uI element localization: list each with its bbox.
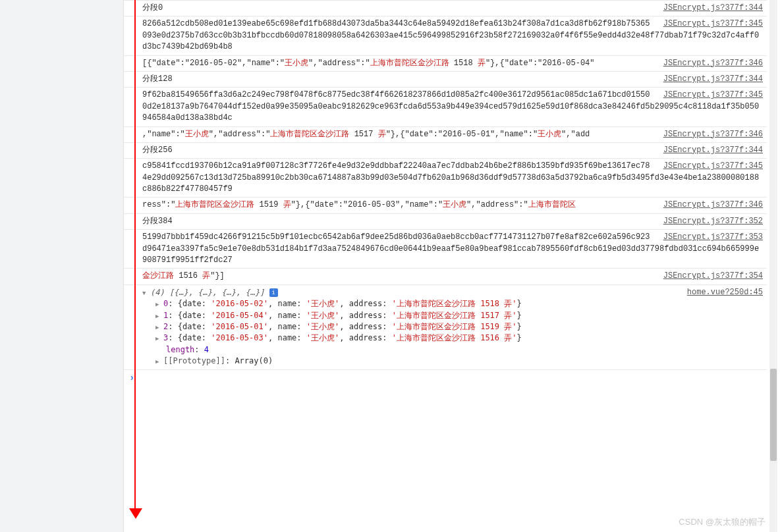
annotation-arrow-head <box>129 508 142 519</box>
console-log-row: JSEncrypt.js?377f:3458266a512cdb508ed01e… <box>124 16 767 55</box>
source-link[interactable]: home.vue?250d:45 <box>687 287 763 298</box>
console-log-row: JSEncrypt.js?377f:345c95841fccd193706b12… <box>124 159 767 198</box>
console-log-row: JSEncrypt.js?377f:3459f62ba81549656ffa3d… <box>124 88 767 126</box>
caret-right-icon[interactable] <box>155 321 163 332</box>
source-link[interactable]: JSEncrypt.js?377f:346 <box>663 58 763 69</box>
console-log-row: JSEncrypt.js?377f:346[{"date":"2016-05-0… <box>124 56 767 72</box>
array-item-line[interactable]: 1: {date: '2016-05-04', name: '王小虎', add… <box>155 310 763 321</box>
caret-right-icon[interactable] <box>155 310 163 321</box>
console-log-row: JSEncrypt.js?377f:354金沙江路 1516 弄"}] <box>124 269 767 284</box>
annotation-arrow-line <box>134 0 136 515</box>
console-gutter <box>0 0 124 532</box>
console-object-row: home.vue?250d:45(4) [{…}, {…}, {…}, {…}]… <box>124 285 767 370</box>
log-message: 分段128 <box>142 74 173 84</box>
array-item-line[interactable]: 2: {date: '2016-05-01', name: '王小虎', add… <box>155 321 763 332</box>
log-message: 分段384 <box>142 217 173 226</box>
source-link[interactable]: JSEncrypt.js?377f:352 <box>663 216 763 227</box>
array-length-line: length: 4 <box>166 344 763 356</box>
array-item-line[interactable]: 0: {date: '2016-05-02', name: '王小虎', add… <box>155 298 763 309</box>
source-link[interactable]: JSEncrypt.js?377f:344 <box>663 74 763 85</box>
array-summary-line[interactable]: (4) [{…}, {…}, {…}, {…}] i <box>142 287 763 298</box>
console-prompt[interactable] <box>124 370 767 386</box>
source-link[interactable]: JSEncrypt.js?377f:344 <box>663 3 763 14</box>
log-message: [{"date":"2016-05-02","name":"王小虎","addr… <box>142 59 595 68</box>
console-log-row: JSEncrypt.js?377f:346ress":"上海市普陀区金沙江路 1… <box>124 198 767 213</box>
caret-down-icon[interactable] <box>142 287 150 298</box>
source-link[interactable]: JSEncrypt.js?377f:353 <box>663 232 763 243</box>
console-panel: JSEncrypt.js?377f:344分段0JSEncrypt.js?377… <box>124 0 780 532</box>
log-message: 分段256 <box>142 146 173 155</box>
console-log-row: JSEncrypt.js?377f:344分段256 <box>124 143 767 159</box>
console-log-row: JSEncrypt.js?377f:3535199d7bbb1f459dc426… <box>124 230 767 269</box>
source-link[interactable]: JSEncrypt.js?377f:354 <box>663 271 763 282</box>
source-link[interactable]: JSEncrypt.js?377f:345 <box>663 161 763 172</box>
caret-right-icon[interactable] <box>155 298 163 309</box>
scrollbar-thumb[interactable] <box>770 369 777 461</box>
caret-right-icon[interactable] <box>155 332 163 344</box>
info-icon[interactable]: i <box>269 288 278 297</box>
source-link[interactable]: JSEncrypt.js?377f:345 <box>663 18 763 30</box>
source-link[interactable]: JSEncrypt.js?377f:346 <box>663 129 763 140</box>
console-log-row: JSEncrypt.js?377f:344分段0 <box>124 0 767 16</box>
array-item-line[interactable]: 3: {date: '2016-05-03', name: '王小虎', add… <box>155 332 763 344</box>
source-link[interactable]: JSEncrypt.js?377f:345 <box>663 90 763 101</box>
console-log-row: JSEncrypt.js?377f:346,"name":"王小虎","addr… <box>124 127 767 143</box>
source-link[interactable]: JSEncrypt.js?377f:346 <box>663 200 763 211</box>
vertical-scrollbar[interactable] <box>769 0 777 532</box>
log-message: 金沙江路 1516 弄"}] <box>142 271 225 280</box>
log-message: 分段0 <box>142 3 163 13</box>
prototype-line[interactable]: [[Prototype]]: Array(0) <box>155 356 763 367</box>
console-log-row: JSEncrypt.js?377f:352分段384 <box>124 214 767 230</box>
source-link[interactable]: JSEncrypt.js?377f:344 <box>663 145 763 156</box>
caret-right-icon[interactable] <box>155 356 163 367</box>
watermark-text: CSDN @灰太狼的帽子 <box>679 516 766 528</box>
log-message: ,"name":"王小虎","address":"上海市普陀区金沙江路 1517… <box>142 130 590 139</box>
console-log-row: JSEncrypt.js?377f:344分段128 <box>124 72 767 88</box>
log-message: ress":"上海市普陀区金沙江路 1519 弄"},{"date":"2016… <box>142 200 576 209</box>
